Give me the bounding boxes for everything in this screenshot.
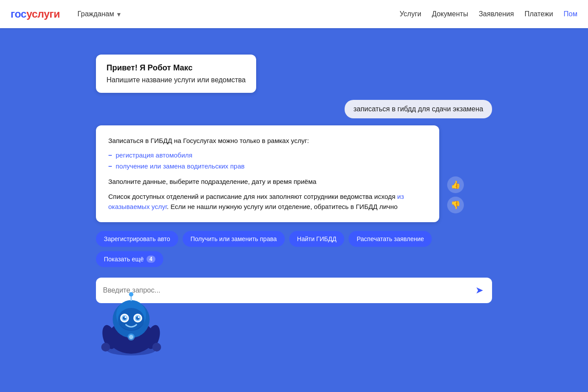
- main-content: Привет! Я Робот Макс Напишите название у…: [0, 28, 588, 392]
- bot-response-wrapper: Записаться в ГИБДД на Госуслугах можно т…: [96, 125, 439, 222]
- response-link2[interactable]: получение или замена водительских прав: [116, 162, 245, 170]
- action-buttons: Зарегистрировать авто Получить или замен…: [96, 231, 439, 267]
- logo-uslugi: услуги: [26, 8, 60, 20]
- nav-applications[interactable]: Заявления: [479, 10, 514, 18]
- robot-avatar: [96, 286, 166, 357]
- main-nav: Гражданам ▾: [74, 8, 125, 20]
- svg-point-15: [101, 343, 110, 352]
- link-list-item: получение или замена водительских прав: [108, 162, 427, 170]
- response-text2: Заполните данные, выберите подразделение…: [108, 177, 427, 187]
- svg-point-13: [138, 316, 140, 318]
- get-replace-license-button[interactable]: Получить или заменить права: [183, 231, 285, 247]
- thumbs-down-button[interactable]: 👎: [447, 197, 464, 213]
- thumbs-up-button[interactable]: 👍: [447, 176, 464, 193]
- svg-point-9: [125, 316, 126, 318]
- nav-services[interactable]: Услуги: [400, 10, 421, 18]
- find-gibdd-button[interactable]: Найти ГИБДД: [289, 231, 345, 247]
- register-car-button[interactable]: Зарегистрировать авто: [96, 231, 178, 247]
- user-message: записаться в гибдд для сдачи экзамена: [345, 100, 492, 118]
- svg-point-19: [129, 335, 133, 339]
- header: госуслуги Гражданам ▾ Услуги Документы З…: [0, 0, 588, 28]
- chat-container: Привет! Я Робот Макс Напишите название у…: [96, 55, 492, 303]
- bot-greeting-subtitle: Напишите название услуги или ведомства: [107, 76, 246, 84]
- send-icon: ➤: [475, 285, 483, 296]
- nav-citizens[interactable]: Гражданам ▾: [74, 8, 125, 20]
- print-application-button[interactable]: Распечатать заявление: [349, 231, 432, 247]
- nav-documents[interactable]: Документы: [432, 10, 468, 18]
- bot-greeting-title: Привет! Я Робот Макс: [107, 63, 246, 73]
- chevron-down-icon: ▾: [116, 11, 122, 17]
- response-text3: Список доступных отделений и расписание …: [108, 192, 427, 212]
- response-link1[interactable]: регистрация автомобиля: [116, 151, 192, 159]
- nav-help[interactable]: Пом: [564, 10, 577, 18]
- logo[interactable]: госуслуги: [11, 8, 60, 20]
- header-right-nav: Услуги Документы Заявления Платежи Пом: [400, 10, 577, 18]
- svg-point-17: [152, 343, 161, 352]
- response-link-list: регистрация автомобиля получение или зам…: [108, 151, 427, 170]
- logo-gos: гос: [11, 8, 26, 20]
- bot-greeting-bubble: Привет! Я Робот Макс Напишите название у…: [96, 55, 256, 93]
- send-button[interactable]: ➤: [474, 283, 485, 298]
- response-text1: Записаться в ГИБДД на Госуслугах можно т…: [108, 136, 427, 146]
- nav-payments[interactable]: Платежи: [525, 10, 553, 18]
- show-more-badge: 4: [147, 256, 156, 263]
- show-more-button[interactable]: Показать ещё 4: [96, 251, 163, 267]
- bot-response-bubble: Записаться в ГИБДД на Госуслугах можно т…: [96, 125, 439, 222]
- feedback-icons: 👍 👎: [447, 176, 464, 213]
- svg-point-21: [129, 292, 133, 297]
- link-list-item: регистрация автомобиля: [108, 151, 427, 159]
